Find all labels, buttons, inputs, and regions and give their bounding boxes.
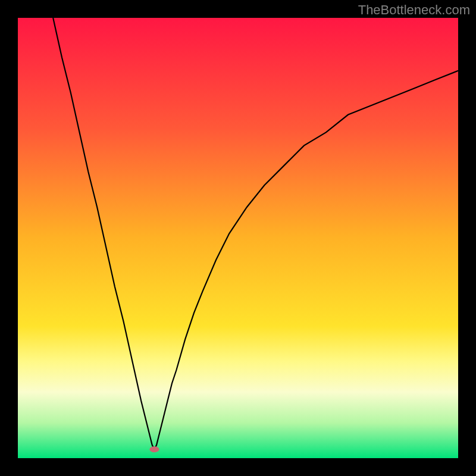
gradient-background — [18, 18, 458, 458]
plot-area — [18, 18, 458, 458]
watermark-text: TheBottleneck.com — [358, 2, 470, 18]
chart-container: TheBottleneck.com — [0, 0, 476, 476]
sweet-spot-marker — [149, 446, 159, 452]
chart-svg — [18, 18, 458, 458]
